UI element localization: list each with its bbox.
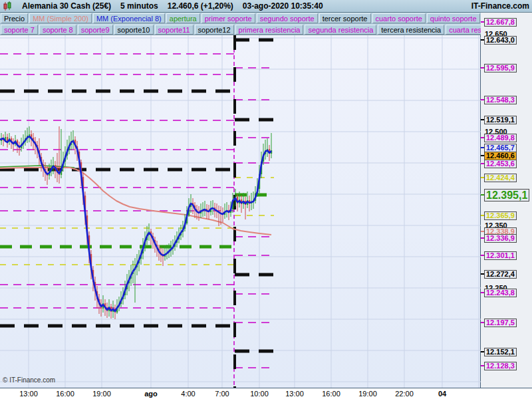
indicator-button-apertura[interactable]: apertura (166, 13, 200, 23)
indicator-button-soporte11[interactable]: soporte11 (155, 25, 194, 35)
time-tick-label: 22:00 (395, 390, 414, 398)
candlestick-logo-icon (3, 1, 13, 11)
candles-group (1, 126, 272, 319)
price-level-label: 12.489,8 (484, 134, 517, 142)
price-level-label: 12.595,9 (484, 64, 517, 72)
time-tick-label: 16:00 (322, 390, 340, 398)
time-tick-label: 19:00 (358, 390, 377, 398)
indicator-button-cuarta-resistencia[interactable]: cuarta resistencia (446, 25, 481, 35)
indicator-button-segunda-resistencia[interactable]: segunda resistencia (305, 25, 376, 35)
current-price-label: 12.460,6 (484, 152, 517, 160)
indicator-button-mm-simple-200-[interactable]: MM (Simple 200) (29, 13, 92, 23)
session-open-price-label: 12.395,1 (484, 189, 529, 201)
indicator-button-primera-resistencia[interactable]: primera resistencia (235, 25, 304, 35)
indicator-button-soporte-8[interactable]: soporte 8 (39, 25, 76, 35)
time-tick-label: 19:00 (92, 390, 111, 398)
quote-change-label: 12.460,6 (+1,20%) (168, 1, 233, 11)
time-tick-label: 7:00 (215, 390, 229, 398)
indicator-button-soporte10[interactable]: soporte10 (114, 25, 154, 35)
time-tick-label: 13:00 (285, 390, 304, 398)
candle-body (29, 134, 30, 136)
datetime-label: 03-ago-2020 10:35:40 (243, 1, 323, 11)
instrument-title: Alemania 30 Cash (25€) (22, 1, 111, 11)
price-level-label: 12.336,9 (484, 234, 517, 243)
price-level-label: 12.197,5 (484, 319, 517, 327)
time-tick-label: 10:00 (250, 390, 269, 398)
price-level-label: 12.519,1 (484, 116, 517, 124)
indicator-button-precio[interactable]: Precio (1, 13, 28, 23)
price-level-label: 12.301,1 (484, 251, 517, 260)
price-level-label: 12.272,4 (484, 270, 517, 279)
price-level-label: 12.128,3 (484, 362, 517, 370)
price-level-label: 12.243,8 (484, 289, 517, 297)
sma200-line (0, 168, 271, 235)
indicator-button-primer-soporte[interactable]: primer soporte (201, 13, 255, 23)
price-level-label: 12.424,4 (484, 174, 517, 182)
time-axis[interactable]: 13:0016:0019:00ago4:007:0010:0013:0016:0… (0, 388, 532, 399)
indicator-button-tercera-resistencia[interactable]: tercera resistencia (378, 25, 444, 35)
time-tick-label: 16:00 (56, 390, 74, 398)
chart-plot-area[interactable]: © IT-Finance.com (0, 35, 481, 388)
title-bar: Alemania 30 Cash (25€) 5 minutos 12.460,… (0, 0, 532, 13)
time-tick-label: 4:00 (181, 390, 195, 398)
price-level-label: 12.667,8 (484, 18, 517, 27)
indicator-button-mm-exponencial-8-[interactable]: MM (Exponencial 8) (93, 13, 165, 23)
indicator-toolbar-row-1: PrecioMM (Simple 200)MM (Exponencial 8)a… (0, 13, 481, 24)
indicator-button-cuarto-soporte[interactable]: cuarto soporte (372, 13, 426, 23)
indicator-button-soporte9[interactable]: soporte9 (78, 25, 113, 35)
trading-app-window: { "window": { "title": "Alemania 30 Cash… (0, 0, 532, 399)
price-level-label: 12.453,6 (484, 160, 517, 168)
indicator-button-quinto-soporte[interactable]: quinto soporte (427, 13, 480, 23)
timeframe-label: 5 minutos (120, 1, 158, 11)
price-level-label: 12.643,0 (484, 36, 517, 45)
price-level-label: 12.548,3 (484, 96, 517, 104)
brand-link[interactable]: IT-Finance.com (471, 1, 529, 11)
time-tick-label: 13:00 (19, 390, 38, 398)
copyright-label: © IT-Finance.com (3, 376, 55, 384)
price-level-label: 12.152,1 (484, 348, 517, 356)
time-tick-label: ago (144, 390, 158, 398)
indicator-toolbar-row-2: soporte 7soporte 8soporte9soporte10sopor… (0, 24, 481, 35)
price-level-label: 12.365,9 (484, 211, 517, 220)
indicator-button-segundo-soporte[interactable]: segundo soporte (257, 13, 318, 23)
indicator-button-tercer-soporte[interactable]: tercer soporte (319, 13, 371, 23)
price-axis[interactable]: 12.65012.50012.35012.25012.667,812.643,0… (481, 13, 532, 388)
indicator-button-soporte-7[interactable]: soporte 7 (1, 25, 38, 35)
candlestick-chart-canvas[interactable] (0, 35, 481, 388)
time-tick-label: 04 (438, 390, 446, 398)
indicator-button-soporte12[interactable]: soporte12 (195, 25, 234, 35)
